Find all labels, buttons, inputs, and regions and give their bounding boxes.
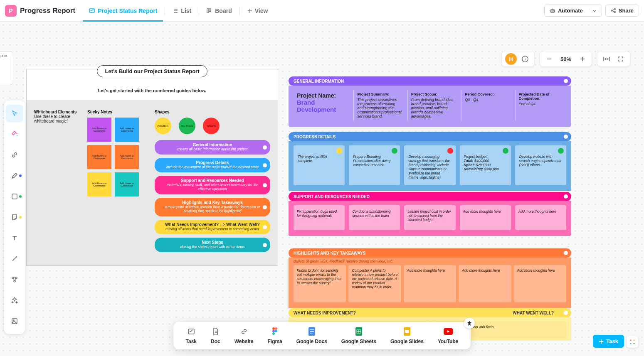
plus-icon <box>247 8 252 13</box>
section-legend[interactable]: Progress Detailsinclude the movement of … <box>155 158 270 172</box>
section-highlights[interactable]: HIGHLIGHTS AND KEY TAKEAWAYS Bullets of … <box>289 248 571 308</box>
svg-point-13 <box>14 280 15 282</box>
fit-width-icon[interactable] <box>601 53 612 65</box>
insert-google-sheets[interactable]: Google Sheets <box>341 327 376 344</box>
chevron-down-icon[interactable] <box>589 9 597 13</box>
svg-point-34 <box>633 343 634 344</box>
sticky-sample[interactable]: Add Notes or Comments <box>87 118 111 142</box>
zoom-level[interactable]: 50% <box>558 56 574 62</box>
partial-offscreen-card[interactable]: ig a ct. <box>0 51 13 85</box>
info-icon[interactable] <box>519 53 531 65</box>
templates-tool[interactable] <box>6 125 23 143</box>
section-legend[interactable]: Next Stepsclosing the status report with… <box>155 238 270 252</box>
section-progress-details[interactable]: PROGRESS DETAILS The project is 45% comp… <box>289 131 571 191</box>
connector-tool[interactable] <box>6 250 23 268</box>
zoom-out-button[interactable] <box>543 53 555 65</box>
svg-rect-29 <box>405 330 409 333</box>
select-tool[interactable] <box>6 105 23 122</box>
automate-button[interactable]: Automate <box>544 5 602 17</box>
insert-figma[interactable]: Figma <box>267 327 282 344</box>
insert-google-slides[interactable]: Google Slides <box>390 327 424 344</box>
highlight-card[interactable]: Add more thoughts here <box>459 265 511 302</box>
create-task-button[interactable]: Task <box>593 335 624 348</box>
image-tool[interactable] <box>6 312 23 330</box>
insert-task[interactable]: Task <box>186 327 197 344</box>
support-card[interactable]: Fix application bugs used for designing … <box>294 205 345 230</box>
tab-project-status-report[interactable]: Project Status Report <box>83 0 163 22</box>
section-legend[interactable]: What Needs Improvement? --> What Went We… <box>155 220 270 234</box>
share-label: Share <box>619 7 634 14</box>
svg-point-6 <box>611 10 612 11</box>
status-circle[interactable]: On Track <box>179 118 195 134</box>
sticky-sample[interactable]: Add Notes or Comments <box>115 172 139 196</box>
support-card[interactable]: Conduct a brainstorming session within t… <box>349 205 400 230</box>
insert-website[interactable]: Website <box>234 327 254 344</box>
sticky-sample[interactable]: Add Notes or Comments <box>115 118 139 142</box>
status-circle[interactable]: Issues <box>203 118 220 134</box>
apps-button[interactable] <box>627 336 638 348</box>
share-button[interactable]: Share <box>605 5 639 17</box>
section-legend[interactable]: Highlights and Key Takeawaysa main point… <box>155 198 270 216</box>
progress-card[interactable]: The project is 45% complete. <box>294 145 345 185</box>
svg-point-12 <box>15 277 17 279</box>
guide-elements-sub: Use these to create whiteboard magic! <box>34 114 82 123</box>
insert-doc[interactable]: Doc <box>211 327 220 344</box>
sticky-sample[interactable]: Add Notes or Comments <box>87 172 111 196</box>
sticky-sample[interactable]: Add Notes or Comments <box>87 145 111 169</box>
whiteboard-canvas[interactable]: ig a ct. H 50% Let's Build our <box>0 22 644 356</box>
general-info-field[interactable]: Projected Date of Completion:End of Q4 <box>515 90 566 121</box>
progress-card[interactable]: Develop website with search engine optim… <box>515 145 566 185</box>
svg-point-21 <box>272 332 275 335</box>
link-tool[interactable] <box>6 146 23 164</box>
svg-point-15 <box>13 320 14 321</box>
svg-point-11 <box>12 277 14 279</box>
view-tabs: Project Status Report List Board View <box>83 0 274 22</box>
guide-panel[interactable]: Let's Build our Project Status Report Le… <box>26 69 278 266</box>
sticky-sample[interactable]: Add Notes or Comments <box>115 145 139 169</box>
insert-google-docs[interactable]: Google Docs <box>296 327 327 344</box>
highlight-card[interactable]: Add more thoughts here <box>514 265 566 302</box>
highlight-card[interactable]: Add more thoughts here <box>404 265 456 302</box>
section-legend[interactable]: Support and Resources Neededmaterials, m… <box>155 176 270 194</box>
tab-list[interactable]: List <box>167 0 197 22</box>
support-card[interactable]: Add more thoughts here <box>460 205 511 230</box>
general-info-field[interactable]: Project Summary:This project streamlines… <box>353 90 405 121</box>
status-circle[interactable]: Caution <box>155 118 171 134</box>
general-info-field[interactable]: Period Covered:Q3 - Q4 <box>461 90 512 121</box>
shapes-label: Shapes <box>155 110 270 114</box>
progress-card[interactable]: Project budget:Total: $400,000Spent: $20… <box>460 145 511 185</box>
fullscreen-icon[interactable] <box>615 53 627 65</box>
pin-icon[interactable] <box>464 318 475 329</box>
improve-right-title: WHAT WENT WELL? <box>513 311 554 315</box>
relations-tool[interactable] <box>6 271 23 288</box>
shape-tool[interactable] <box>6 188 23 205</box>
general-info-field[interactable]: Project Scope:From defining brand idea, … <box>407 90 459 121</box>
section-support-resources[interactable]: SUPPORT AND RESOURCES NEEDED Fix applica… <box>289 191 571 236</box>
progress-card[interactable]: Prepare Branding Presentation after doin… <box>349 145 400 185</box>
support-card[interactable]: Lessen project cost in order not to exce… <box>404 205 455 230</box>
section-general-information[interactable]: GENERAL INFORMATION Project Name: Brand … <box>289 76 571 127</box>
progress-card[interactable]: Develop messaging strategy that translat… <box>404 145 455 185</box>
avatar[interactable]: H <box>505 53 517 65</box>
support-card[interactable]: Add more thoughts here <box>515 205 566 230</box>
pen-tool[interactable] <box>6 167 23 184</box>
workspace-logo[interactable]: P <box>5 5 17 17</box>
tab-board[interactable]: Board <box>201 0 237 22</box>
section-legend[interactable]: General Informationmeans all basic infor… <box>155 140 270 155</box>
ai-tool[interactable] <box>6 292 23 309</box>
tab-label: Project Status Report <box>98 7 157 14</box>
svg-rect-2 <box>209 9 211 12</box>
section-title: SUPPORT AND RESOURCES NEEDED <box>294 194 370 199</box>
highlight-card[interactable]: Competitor A plans to release a new prod… <box>348 265 401 302</box>
guide-elements-title: Whiteboard Elements <box>34 110 82 114</box>
insert-youtube[interactable]: YouTube <box>438 327 459 344</box>
svg-rect-10 <box>12 194 17 199</box>
page-title: Progress Report <box>20 7 75 15</box>
sticky-notes-label: Sticky Notes <box>87 110 150 114</box>
highlight-card[interactable]: Kudos to John for sending out multiple e… <box>294 265 346 302</box>
tab-add-view[interactable]: View <box>242 0 274 22</box>
text-tool[interactable] <box>6 229 23 247</box>
sticky-note-tool[interactable] <box>6 209 23 226</box>
svg-rect-3 <box>550 10 554 12</box>
zoom-in-button[interactable] <box>577 53 588 65</box>
